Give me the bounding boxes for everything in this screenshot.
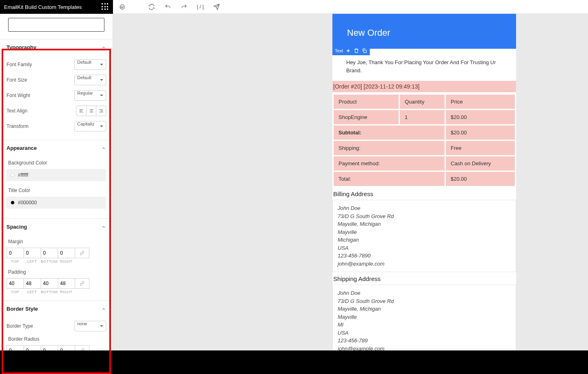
align-left-button[interactable]: [76, 106, 86, 116]
margin-right-input[interactable]: [58, 248, 75, 258]
border-type-select[interactable]: none: [74, 321, 106, 331]
redo-icon[interactable]: [180, 2, 189, 11]
padding-bottom-input[interactable]: [41, 278, 58, 289]
preview-box: [8, 18, 104, 32]
title-color-value: #000000: [18, 200, 37, 205]
bg-color-swatch: [11, 173, 15, 177]
border-title: Border Style: [7, 306, 38, 312]
summary-row: Total: $20.00: [334, 172, 515, 186]
section-header-appearance[interactable]: Appearance: [0, 140, 113, 156]
title-color-label: Title Color: [7, 185, 106, 195]
bg-color-input[interactable]: #ffffff: [7, 169, 106, 181]
th-product: Product: [334, 95, 399, 109]
padding-top-input[interactable]: [7, 278, 24, 289]
padding-left-input[interactable]: [24, 278, 41, 289]
margin-inputs: TOP LEFT BOTTOM RIGHT: [7, 248, 106, 264]
border-type-label: Border Type: [7, 323, 33, 329]
add-icon[interactable]: [345, 48, 351, 54]
email-header-title: New Order: [332, 14, 516, 38]
email-preview: New Order Text Hey Joe, Thank You For Pl…: [332, 14, 516, 374]
svg-rect-1: [364, 50, 366, 52]
app-header: EmailKit Build Custom Templates: [0, 0, 113, 14]
bottom-bar: [0, 350, 588, 374]
summary-label: Subtotal:: [334, 125, 445, 140]
trash-icon[interactable]: [354, 48, 359, 54]
order-meta[interactable]: [Order #20] [2023-11-12 09:49:13]: [332, 81, 516, 93]
chevron-up-icon: [101, 45, 106, 50]
shipping-title: Shipping Address: [332, 272, 516, 285]
margin-bottom-input[interactable]: [41, 248, 58, 258]
pos-label-right: RIGHT: [60, 290, 73, 294]
margin-left-input[interactable]: [24, 248, 41, 258]
padding-label: Padding: [7, 267, 106, 277]
summary-row: Subtotal: $20.00: [334, 125, 515, 140]
th-quantity: Quantity: [400, 95, 445, 109]
section-header-spacing[interactable]: Spacing: [0, 219, 113, 235]
billing-title: Billing Address: [332, 187, 516, 200]
cell-qty: 1: [400, 110, 445, 124]
summary-row: Shipping: Free: [334, 141, 515, 155]
pos-label-bottom: BOTTOM: [41, 259, 57, 264]
transform-label: Transform: [7, 123, 28, 129]
email-header[interactable]: New Order Text: [332, 14, 516, 49]
copy-icon[interactable]: [362, 48, 367, 54]
title-color-input[interactable]: #000000: [7, 197, 106, 209]
bg-color-label: Background Color: [7, 158, 106, 167]
summary-value: $20.00: [446, 125, 515, 140]
summary-label: Total:: [334, 172, 445, 186]
summary-label: Payment method:: [334, 156, 445, 171]
style-sidebar: Typography Font Family Default Font Size…: [0, 14, 113, 374]
pos-label-bottom: BOTTOM: [41, 290, 57, 294]
margin-label: Margin: [7, 236, 106, 246]
refresh-icon[interactable]: [147, 2, 156, 11]
font-weight-label: Font Wight: [7, 93, 30, 98]
typography-title: Typography: [7, 44, 36, 50]
editor-toolbar: [ / ]: [113, 0, 588, 14]
wordpress-icon[interactable]: [118, 2, 127, 11]
shipping-address: John Doe73/D G South Grove RdMayville, M…: [332, 285, 516, 357]
shortcode-icon[interactable]: [ / ]: [196, 2, 205, 11]
font-family-select[interactable]: Default: [74, 59, 106, 70]
text-align-label: Text Align: [7, 108, 27, 114]
border-radius-label: Border Radius: [7, 334, 106, 344]
summary-value: Cash on Delivery: [446, 156, 515, 171]
section-typography: Typography Font Family Default Font Size…: [0, 39, 113, 140]
padding-inputs: TOP LEFT BOTTOM RIGHT: [7, 278, 106, 294]
pos-label-left: LEFT: [27, 290, 37, 294]
chevron-up-icon: [101, 146, 106, 151]
summary-value: Free: [446, 141, 515, 155]
font-weight-select[interactable]: Regular: [74, 90, 106, 101]
text-align-group: [76, 106, 106, 116]
cell-price: $20.00: [446, 110, 515, 124]
section-header-border[interactable]: Border Style: [0, 301, 113, 317]
margin-top-input[interactable]: [7, 248, 24, 258]
transform-select[interactable]: Capitaliz: [74, 121, 106, 132]
spacing-title: Spacing: [7, 224, 27, 230]
margin-link-button[interactable]: [75, 248, 89, 258]
padding-link-button[interactable]: [75, 278, 89, 289]
table-header-row: Product Quantity Price: [334, 95, 515, 109]
font-family-label: Font Family: [7, 62, 32, 67]
pos-label-top: TOP: [11, 290, 19, 294]
send-icon[interactable]: [212, 2, 221, 11]
undo-icon[interactable]: [163, 2, 172, 11]
appearance-title: Appearance: [7, 145, 37, 151]
align-right-button[interactable]: [96, 106, 106, 116]
th-price: Price: [446, 95, 515, 109]
font-size-label: Font Size: [7, 77, 27, 83]
apps-grid-icon[interactable]: [102, 3, 109, 11]
billing-address: John Doe73/D G South Grove RdMayville, M…: [332, 200, 516, 272]
summary-value: $20.00: [446, 172, 515, 186]
title-color-swatch: [11, 201, 15, 205]
element-toolbar: Text: [332, 46, 370, 55]
pos-label-top: TOP: [11, 259, 19, 264]
summary-label: Shipping:: [334, 141, 445, 155]
editor-canvas[interactable]: New Order Text Hey Joe, Thank You For Pl…: [113, 14, 588, 374]
align-center-button[interactable]: [86, 106, 96, 116]
padding-right-input[interactable]: [58, 278, 75, 289]
section-header-typography[interactable]: Typography: [0, 39, 113, 55]
font-size-select[interactable]: Default: [74, 75, 106, 85]
app-title: EmailKit Build Custom Templates: [4, 4, 82, 10]
element-type-label: Text: [335, 48, 343, 53]
table-row: ShopEngine 1 $20.00: [334, 110, 515, 124]
